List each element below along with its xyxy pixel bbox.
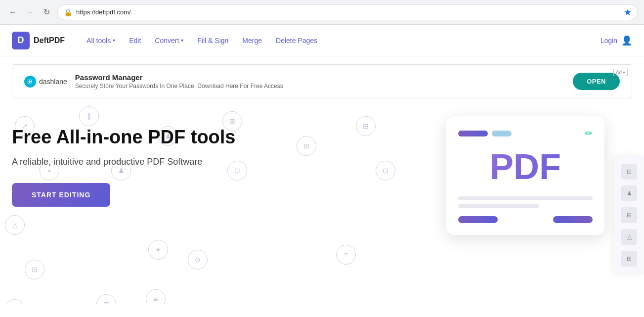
address-bar[interactable]: 🔒 ★ xyxy=(57,4,638,20)
right-card-icon-3: ⊟ xyxy=(621,207,637,223)
nav-merge[interactable]: Merge xyxy=(236,33,268,48)
logo-icon: D xyxy=(12,32,30,49)
refresh-button[interactable]: ↻ xyxy=(40,5,53,19)
navbar: D DeftPDF All tools ▾ Edit Convert ▾ Fil… xyxy=(0,25,644,56)
right-card-icon-5: ⊞ xyxy=(621,251,637,267)
float-icon-11: △ xyxy=(5,215,25,235)
right-sidebar-card: ⊡ ♟ ⊟ △ ⊞ xyxy=(614,156,644,274)
nav-convert[interactable]: Convert ▾ xyxy=(149,33,189,48)
start-editing-button[interactable]: START EDITING xyxy=(12,183,110,207)
pdf-footer-pill-2 xyxy=(553,216,593,223)
pdf-card-lines xyxy=(458,196,593,208)
pdf-header-pill-1 xyxy=(458,131,488,136)
right-card-icon-1: ⊡ xyxy=(621,164,637,180)
float-icon-19: ⊞ xyxy=(96,294,116,304)
float-icon-16: ⊘ xyxy=(188,250,208,270)
float-icon-10: ⊡ xyxy=(376,161,395,181)
float-icon-12: ⊟ xyxy=(25,260,44,279)
nav-edit[interactable]: Edit xyxy=(123,33,147,48)
float-icon-2: ∥ xyxy=(79,106,99,126)
ad-title: Password Manager xyxy=(75,73,565,82)
chevron-down-icon-ad: ▾ xyxy=(623,70,625,75)
hero-title: Free All-in-one PDF tools xyxy=(12,126,308,149)
pdf-footer-pill-1 xyxy=(458,216,498,223)
pdf-card-header: ✏ xyxy=(458,128,593,139)
chevron-down-icon-convert: ▾ xyxy=(181,38,183,43)
pdf-line-2 xyxy=(458,204,539,208)
right-card-icon-4: △ xyxy=(621,229,637,245)
float-icon-9: ⊟ xyxy=(356,116,376,136)
pdf-edit-icon: ✏ xyxy=(585,128,593,139)
user-icon: 👤 xyxy=(621,35,632,46)
pdf-header-pill-2 xyxy=(492,131,512,136)
dashlane-logo: ⛨ dashlane xyxy=(24,76,67,88)
pdf-card-footer xyxy=(458,216,593,223)
ad-banner: Ad ▾ ⛨ dashlane Password Manager Securel… xyxy=(12,64,632,98)
logo-area[interactable]: D DeftPDF xyxy=(12,32,65,49)
float-icon-14: ✦ xyxy=(148,240,168,260)
login-button[interactable]: Login 👤 xyxy=(601,35,632,46)
ad-label: Ad ▾ xyxy=(613,69,628,76)
dashlane-shield-icon: ⛨ xyxy=(24,76,36,88)
ad-subtitle: Securely Store Your Passwords In One Pla… xyxy=(75,83,565,90)
chevron-down-icon: ▾ xyxy=(113,38,115,43)
pdf-line-1 xyxy=(458,196,593,200)
ad-text: Password Manager Securely Store Your Pas… xyxy=(75,73,565,90)
browser-chrome: ← → ↻ 🔒 ★ xyxy=(0,0,644,25)
nav-delete-pages[interactable]: Delete Pages xyxy=(270,33,323,48)
hero-subtitle: A reliable, intuitive and productive PDF… xyxy=(12,157,308,167)
lock-icon: 🔒 xyxy=(64,8,72,16)
nav-buttons: ← → ↻ xyxy=(6,5,53,19)
logo-text: DeftPDF xyxy=(34,36,65,45)
hero-content: Free All-in-one PDF tools A reliable, in… xyxy=(12,126,308,207)
nav-links: All tools ▾ Edit Convert ▾ Fill & Sign M… xyxy=(81,33,601,48)
bookmark-star-icon[interactable]: ★ xyxy=(624,7,632,18)
forward-button[interactable]: → xyxy=(23,5,37,19)
hero-section: ↗ ∥ ♟ ▪ ♟ ⊞ ⊡ ⊞ ⊟ ⊡ △ ⊟ △ ✦ ≡ ⊘ ≡ ↓ ⊞ Fr… xyxy=(0,106,644,304)
pdf-big-text: PDF xyxy=(458,149,593,184)
nav-all-tools[interactable]: All tools ▾ xyxy=(81,33,121,48)
pdf-preview-card: ✏ PDF xyxy=(446,116,604,235)
back-button[interactable]: ← xyxy=(6,5,20,19)
url-input[interactable] xyxy=(76,8,616,16)
float-icon-15: ≡ xyxy=(146,289,166,304)
float-icon-17: ≡ xyxy=(336,245,356,265)
right-card-icon-2: ♟ xyxy=(621,185,637,201)
nav-fill-sign[interactable]: Fill & Sign xyxy=(191,33,234,48)
float-icon-13: △ xyxy=(5,299,25,304)
ad-open-button[interactable]: OPEN xyxy=(573,73,620,90)
